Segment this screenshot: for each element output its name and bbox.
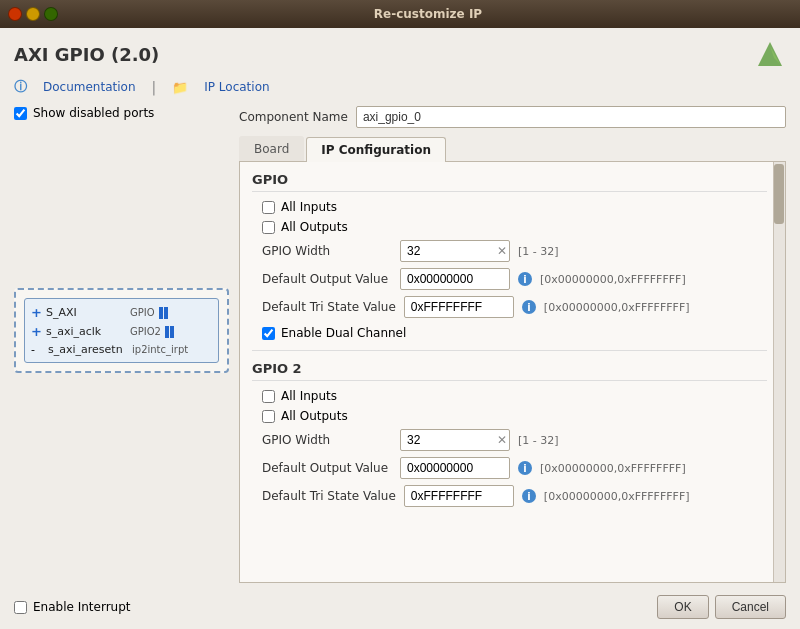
- all-outputs-label: All Outputs: [281, 220, 348, 234]
- gpio2-default-output-input-wrap: [400, 457, 510, 479]
- show-ports-row: Show disabled ports: [14, 106, 229, 120]
- gpio-width-input-wrap: ✕: [400, 240, 510, 262]
- port-bar-2: [164, 307, 168, 319]
- port-plus-s-axi: +: [31, 305, 42, 320]
- show-ports-checkbox[interactable]: [14, 107, 27, 120]
- gpio2-default-tristate-input-wrap: [404, 485, 514, 507]
- gpio2-width-row: GPIO Width ✕ [1 - 32]: [252, 429, 767, 451]
- port-row-aresetn: - s_axi_aresetn ip2intc_irpt: [31, 341, 212, 358]
- comp-name-input[interactable]: [356, 106, 786, 128]
- scrollbar-thumb[interactable]: [774, 164, 784, 224]
- gpio-width-clear[interactable]: ✕: [497, 244, 507, 258]
- port-row-aclk: + s_axi_aclk GPIO2: [31, 322, 212, 341]
- tabs-row: Board IP Configuration: [239, 136, 786, 162]
- all-inputs-checkbox[interactable]: [262, 201, 275, 214]
- gpio2-default-tristate-input[interactable]: [404, 485, 514, 507]
- all-inputs-row: All Inputs: [252, 200, 767, 214]
- port-dash-aresetn: -: [31, 343, 44, 356]
- bottom-left: Enable Interrupt: [14, 600, 131, 614]
- window-title: Re-customize IP: [64, 7, 792, 21]
- close-button[interactable]: [8, 7, 22, 21]
- enable-dual-label: Enable Dual Channel: [281, 326, 406, 340]
- default-tristate-label: Default Tri State Value: [262, 300, 396, 314]
- maximize-button[interactable]: [44, 7, 58, 21]
- default-output-label: Default Output Value: [262, 272, 392, 286]
- gpio2-width-clear[interactable]: ✕: [497, 433, 507, 447]
- port-bars-s-axi: [159, 307, 168, 319]
- gpio2-all-outputs-row: All Outputs: [252, 409, 767, 423]
- documentation-link[interactable]: Documentation: [43, 80, 136, 94]
- enable-interrupt-label: Enable Interrupt: [33, 600, 131, 614]
- enable-interrupt-checkbox[interactable]: [14, 601, 27, 614]
- gpio2-default-output-info-icon[interactable]: i: [518, 461, 532, 475]
- right-panel: Component Name Board IP Configuration GP…: [239, 106, 786, 583]
- port-bar-1: [159, 307, 163, 319]
- show-ports-label: Show disabled ports: [33, 106, 154, 120]
- gpio2-width-input[interactable]: [400, 429, 510, 451]
- gpio2-default-tristate-label: Default Tri State Value: [262, 489, 396, 503]
- gpio2-width-range: [1 - 32]: [518, 434, 559, 447]
- port-bar-gpio2-2: [170, 326, 174, 338]
- comp-name-label: Component Name: [239, 110, 348, 124]
- bottom-bar: Enable Interrupt OK Cancel: [14, 591, 786, 619]
- default-tristate-input[interactable]: [404, 296, 514, 318]
- port-plus-aclk: +: [31, 324, 42, 339]
- app-title-row: AXI GPIO (2.0): [14, 38, 786, 70]
- port-type-s-axi: GPIO: [130, 307, 155, 318]
- ip-location-link[interactable]: IP Location: [204, 80, 269, 94]
- default-output-row: Default Output Value i [0x00000000,0xFFF…: [252, 268, 767, 290]
- gpio2-all-outputs-label: All Outputs: [281, 409, 348, 423]
- config-panel[interactable]: GPIO All Inputs All Outputs GPIO Width ✕…: [239, 162, 786, 583]
- gpio2-width-label: GPIO Width: [262, 433, 392, 447]
- window-body: AXI GPIO (2.0) ⓘ Documentation | 📁 IP Lo…: [0, 28, 800, 629]
- gpio-width-row: GPIO Width ✕ [1 - 32]: [252, 240, 767, 262]
- tab-board[interactable]: Board: [239, 136, 304, 161]
- ok-button[interactable]: OK: [657, 595, 708, 619]
- nav-links: ⓘ Documentation | 📁 IP Location: [14, 78, 786, 96]
- gpio2-width-input-wrap: ✕: [400, 429, 510, 451]
- gpio2-default-output-row: Default Output Value i [0x00000000,0xFFF…: [252, 457, 767, 479]
- all-outputs-checkbox[interactable]: [262, 221, 275, 234]
- content-area: Show disabled ports + S_AXI GPIO: [14, 106, 786, 583]
- gpio-section-title: GPIO: [252, 172, 767, 192]
- gpio2-all-inputs-checkbox[interactable]: [262, 390, 275, 403]
- diagram-box: + S_AXI GPIO + s_axi_aclk GPIO2: [24, 298, 219, 363]
- scrollbar-track[interactable]: [773, 162, 785, 582]
- gpio-divider: [252, 350, 767, 351]
- gpio2-default-output-label: Default Output Value: [262, 461, 392, 475]
- default-tristate-row: Default Tri State Value i [0x00000000,0x…: [252, 296, 767, 318]
- default-tristate-range: [0x00000000,0xFFFFFFFF]: [544, 301, 690, 314]
- enable-dual-checkbox[interactable]: [262, 327, 275, 340]
- port-type-aresetn: ip2intc_irpt: [132, 344, 188, 355]
- cancel-button[interactable]: Cancel: [715, 595, 786, 619]
- left-panel: Show disabled ports + S_AXI GPIO: [14, 106, 229, 583]
- default-tristate-info-icon[interactable]: i: [522, 300, 536, 314]
- title-bar: Re-customize IP: [0, 0, 800, 28]
- gpio2-default-output-input[interactable]: [400, 457, 510, 479]
- gpio-width-input[interactable]: [400, 240, 510, 262]
- gpio2-all-outputs-checkbox[interactable]: [262, 410, 275, 423]
- gpio2-all-inputs-label: All Inputs: [281, 389, 337, 403]
- enable-dual-row: Enable Dual Channel: [252, 326, 767, 340]
- default-output-range: [0x00000000,0xFFFFFFFF]: [540, 273, 686, 286]
- default-output-input[interactable]: [400, 268, 510, 290]
- port-row-s-axi: + S_AXI GPIO: [31, 303, 212, 322]
- folder-icon: 📁: [172, 80, 188, 95]
- nav-separator: |: [152, 79, 157, 95]
- all-inputs-label: All Inputs: [281, 200, 337, 214]
- port-bars-aclk: [165, 326, 174, 338]
- all-outputs-row: All Outputs: [252, 220, 767, 234]
- minimize-button[interactable]: [26, 7, 40, 21]
- comp-name-row: Component Name: [239, 106, 786, 128]
- window-controls[interactable]: [8, 7, 58, 21]
- port-bar-gpio2-1: [165, 326, 169, 338]
- tab-ip-config[interactable]: IP Configuration: [306, 137, 446, 162]
- gpio2-default-tristate-row: Default Tri State Value i [0x00000000,0x…: [252, 485, 767, 507]
- port-name-aclk: s_axi_aclk: [46, 325, 126, 338]
- default-output-info-icon[interactable]: i: [518, 272, 532, 286]
- gpio2-default-tristate-info-icon[interactable]: i: [522, 489, 536, 503]
- gpio-width-label: GPIO Width: [262, 244, 392, 258]
- info-icon: ⓘ: [14, 78, 27, 96]
- app-logo: [754, 38, 786, 70]
- gpio2-default-tristate-range: [0x00000000,0xFFFFFFFF]: [544, 490, 690, 503]
